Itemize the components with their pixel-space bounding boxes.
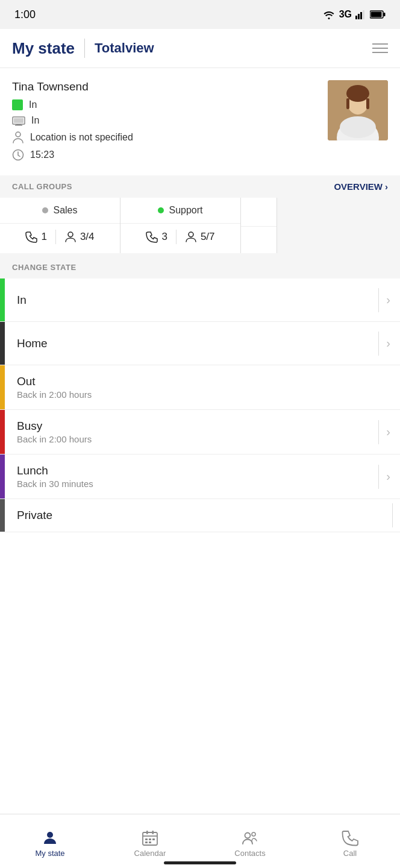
hamburger-line-3 [372, 52, 388, 53]
state-content-private: Private [5, 499, 392, 532]
state-item-home[interactable]: Home › [0, 322, 400, 365]
header: My state Totalview [0, 29, 400, 68]
sales-status-dot [42, 207, 48, 213]
hamburger-line-2 [372, 48, 388, 49]
state-item-private[interactable]: Private [0, 499, 400, 532]
sales-agents: 3/4 [56, 231, 103, 243]
sales-calls-count: 1 [41, 231, 46, 243]
state-divider-private [392, 503, 393, 527]
profile-phone-text: In [31, 115, 39, 126]
app-logo: Totalview [95, 40, 154, 56]
sales-calls: 1 [17, 231, 55, 243]
svg-point-31 [245, 833, 251, 838]
chevron-in: › [386, 293, 390, 307]
support-status-dot [158, 207, 164, 213]
state-item-in[interactable]: In › [0, 278, 400, 322]
header-divider [84, 39, 85, 58]
profile-phone-row: In [12, 115, 328, 126]
svg-point-32 [252, 832, 255, 836]
menu-button[interactable] [372, 43, 388, 53]
sales-agents-count: 3/4 [80, 231, 95, 243]
home-indicator [164, 861, 236, 864]
state-content-out: Out Back in 2:00 hours [5, 365, 400, 409]
state-item-lunch[interactable]: Lunch Back in 30 minutes › [0, 454, 400, 499]
contacts-icon [242, 829, 258, 846]
state-list: In › Home › Out Back in 2:00 hours Busy … [0, 278, 400, 532]
state-color-bar-lunch [0, 454, 5, 498]
state-color-bar-out [0, 365, 5, 409]
chevron-lunch: › [386, 470, 390, 483]
call-group-sales[interactable]: Sales 1 3/4 [0, 198, 120, 253]
state-name-in: In [17, 294, 371, 307]
state-color-bar-in [0, 278, 5, 321]
state-color-bar-private [0, 499, 5, 532]
state-content-busy: Busy Back in 2:00 hours [5, 410, 378, 454]
state-name-out: Out [17, 375, 393, 388]
svg-rect-0 [355, 16, 357, 19]
svg-point-22 [47, 832, 53, 838]
nav-label-calendar: Calendar [134, 849, 166, 858]
state-color-bar-busy [0, 410, 5, 454]
nav-label-call: Call [343, 849, 357, 858]
support-calls-count: 3 [161, 231, 167, 243]
nav-item-call[interactable]: Call [300, 814, 400, 868]
call-group-extra[interactable] [241, 198, 277, 253]
profile-time-text: 15:23 [30, 149, 54, 160]
nav-label-mystate: My state [35, 849, 64, 858]
sales-stats: 1 3/4 [0, 224, 120, 250]
wifi-icon [322, 10, 336, 19]
support-agents: 5/7 [177, 231, 223, 243]
nav-item-contacts[interactable]: Contacts [200, 814, 300, 868]
svg-rect-26 [145, 838, 148, 840]
svg-rect-30 [149, 841, 151, 843]
mystate-icon [42, 829, 58, 846]
call-groups-header: CALL GROUPS OVERVIEW › [0, 175, 400, 198]
bottom-nav: My state Calendar Contacts Call [0, 814, 400, 868]
profile-info: Tina Townsend In In Location is not spec… [12, 80, 328, 166]
chevron-right-icon: › [385, 181, 388, 192]
profile-name: Tina Townsend [12, 80, 328, 93]
network-label: 3G [339, 9, 352, 20]
svg-rect-6 [371, 12, 382, 17]
svg-rect-3 [363, 10, 364, 19]
change-state-title: CHANGE STATE [12, 263, 77, 272]
battery-icon [370, 10, 386, 19]
call-group-support[interactable]: Support 3 5/7 [120, 198, 241, 253]
state-item-busy[interactable]: Busy Back in 2:00 hours › [0, 410, 400, 454]
svg-rect-8 [14, 118, 23, 123]
svg-point-19 [340, 116, 376, 138]
nav-item-calendar[interactable]: Calendar [100, 814, 200, 868]
svg-rect-1 [358, 14, 360, 19]
call-group-support-name: Support [120, 198, 240, 224]
state-item-out[interactable]: Out Back in 2:00 hours [0, 365, 400, 410]
profile-time-row: 15:23 [12, 149, 328, 161]
profile-location-text: Location is not specified [30, 132, 133, 143]
state-name-busy: Busy [17, 420, 371, 433]
support-stats: 3 5/7 [120, 224, 240, 250]
overview-link[interactable]: OVERVIEW › [334, 181, 388, 192]
state-sub-lunch: Back in 30 minutes [17, 479, 371, 489]
profile-section: Tina Townsend In In Location is not spec… [0, 68, 400, 175]
status-time: 1:00 [14, 8, 36, 21]
change-state-header: CHANGE STATE [0, 253, 400, 278]
svg-point-16 [346, 85, 369, 102]
call-icon [342, 829, 358, 846]
svg-rect-28 [152, 838, 155, 840]
svg-rect-10 [15, 125, 22, 126]
svg-rect-18 [366, 98, 369, 109]
nav-item-mystate[interactable]: My state [0, 814, 100, 868]
svg-rect-5 [384, 13, 386, 16]
svg-rect-2 [360, 12, 362, 19]
svg-point-20 [68, 232, 73, 237]
support-label: Support [169, 205, 202, 216]
sales-label: Sales [53, 205, 77, 216]
call-groups-row: Sales 1 3/4 Support [0, 198, 400, 253]
state-divider-in [378, 288, 379, 312]
state-color-bar-home [0, 322, 5, 365]
chevron-home: › [386, 336, 390, 350]
svg-rect-27 [149, 838, 151, 840]
state-name-home: Home [17, 337, 371, 350]
svg-point-21 [189, 232, 193, 237]
state-name-lunch: Lunch [17, 464, 371, 477]
agents-icon [64, 231, 77, 243]
